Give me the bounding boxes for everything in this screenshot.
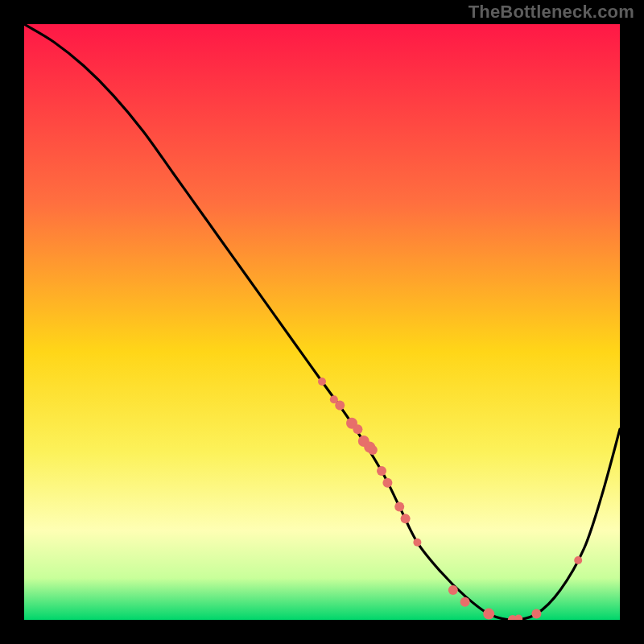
data-point	[448, 585, 458, 595]
data-point	[460, 597, 470, 607]
data-point	[353, 424, 362, 434]
chart-svg	[24, 24, 620, 620]
data-point	[401, 514, 411, 523]
data-point	[335, 401, 345, 411]
data-point	[394, 502, 404, 511]
data-point	[382, 478, 392, 488]
plot-area	[24, 24, 620, 620]
gradient-background	[24, 24, 620, 620]
data-point	[318, 378, 326, 386]
data-point	[413, 539, 421, 547]
data-point	[574, 556, 582, 564]
chart-frame: TheBottleneck.com	[0, 0, 644, 644]
data-point	[483, 609, 494, 620]
watermark-text: TheBottleneck.com	[469, 2, 634, 23]
data-point	[377, 466, 386, 476]
data-point	[531, 609, 541, 619]
data-point	[368, 445, 378, 455]
